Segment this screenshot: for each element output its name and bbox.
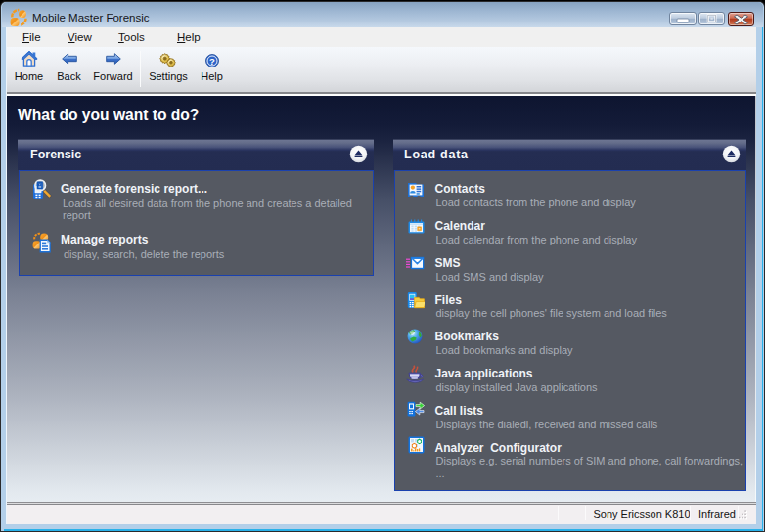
svg-text:?: ? bbox=[209, 55, 215, 66]
